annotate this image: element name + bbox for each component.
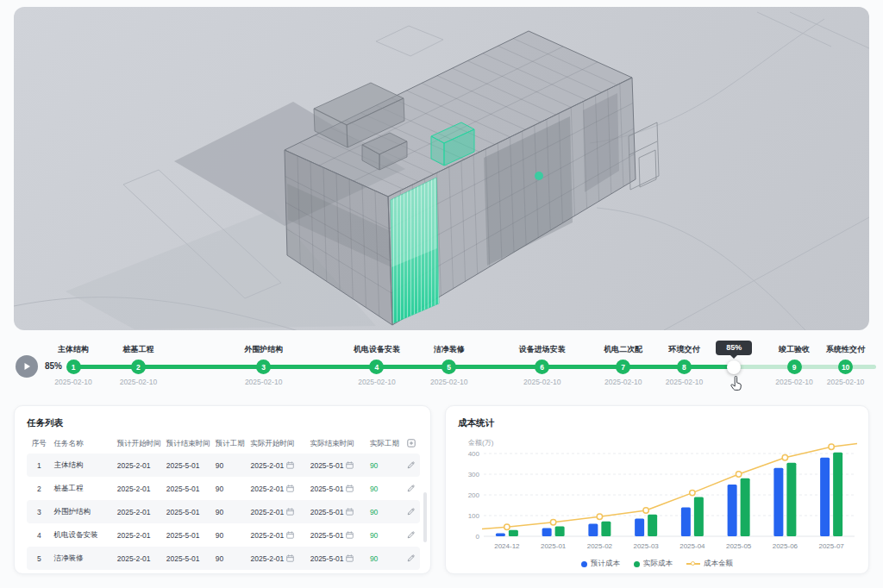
milestone-node[interactable]: 7	[616, 360, 630, 374]
svg-text:0: 0	[476, 533, 480, 541]
cost-chart-svg: 金额(万)01002003004002024-122025-012025-022…	[458, 435, 858, 554]
cell-task-name: 外围护结构	[52, 500, 115, 523]
cell-plan-days: 90	[213, 500, 248, 523]
legend-item-bar[interactable]: 实际成本	[634, 559, 673, 569]
table-row[interactable]: 3外围护结构2025-2-012025-5-01902025-2-01 2025…	[27, 500, 420, 523]
milestone-label: 环境交付	[645, 344, 723, 355]
calendar-icon[interactable]	[286, 531, 294, 539]
building-wireframe	[285, 31, 659, 325]
cell-actual-start: 2025-2-01	[247, 500, 307, 523]
milestone-date: 2025-02-10	[103, 378, 172, 386]
cell-plan-start: 2025-2-01	[115, 454, 164, 477]
cell-actual-days: 90	[367, 500, 403, 523]
svg-text:2025-05: 2025-05	[726, 542, 752, 550]
cell-task-name: 机电设备安装	[52, 523, 115, 547]
calendar-icon[interactable]	[286, 485, 294, 492]
milestone-label: 洁净装修	[410, 344, 488, 355]
table-scrollbar[interactable]	[423, 492, 427, 542]
calendar-icon[interactable]	[346, 461, 354, 469]
milestone-label: 系统性交付	[807, 344, 883, 355]
timeline-slider-handle[interactable]	[727, 360, 741, 374]
cost-stats-title: 成本统计	[446, 406, 868, 435]
cost-chart: 金额(万)01002003004002024-122025-012025-022…	[446, 435, 868, 569]
milestone-node[interactable]: 9	[787, 360, 802, 374]
milestone-node[interactable]: 10	[838, 360, 853, 374]
cell-actual-days: 90	[367, 454, 403, 477]
bim-viewer-panel[interactable]	[14, 7, 869, 330]
cell-actual-days: 90	[367, 547, 403, 570]
calendar-icon[interactable]	[346, 508, 354, 516]
cell-plan-start: 2025-2-01	[115, 523, 164, 547]
progress-percent-label: 85%	[45, 361, 62, 371]
edit-pencil-icon[interactable]	[407, 554, 416, 562]
cell-actual-days: 90	[367, 477, 403, 500]
calendar-icon[interactable]	[346, 531, 354, 539]
cell-no: 5	[27, 547, 52, 570]
milestone-node[interactable]: 6	[535, 360, 549, 374]
line-marker-icon	[686, 560, 700, 567]
svg-text:2025-06: 2025-06	[773, 542, 798, 550]
column-header: 序号	[27, 435, 52, 454]
table-row[interactable]: 2桩基工程2025-2-012025-5-01902025-2-01 2025-…	[27, 477, 420, 500]
cell-actual-end: 2025-5-01	[308, 547, 367, 570]
table-row[interactable]: 4机电设备安装2025-2-012025-5-01902025-2-01 202…	[27, 523, 420, 547]
svg-text:300: 300	[468, 471, 480, 479]
milestone-node[interactable]: 4	[369, 360, 384, 374]
column-header: 预计结束时间	[164, 435, 213, 454]
cell-plan-end: 2025-5-01	[164, 454, 213, 477]
table-row[interactable]: 1主体结构2025-2-012025-5-01902025-2-01 2025-…	[27, 454, 420, 477]
table-row[interactable]: 5洁净装修2025-2-012025-5-01902025-2-01 2025-…	[27, 547, 420, 570]
cell-plan-days: 90	[213, 523, 248, 547]
column-header-add[interactable]	[403, 435, 420, 454]
milestone-node[interactable]: 8	[677, 360, 692, 374]
calendar-icon[interactable]	[286, 461, 294, 469]
edit-pencil-icon[interactable]	[407, 460, 416, 469]
calendar-icon[interactable]	[346, 554, 354, 562]
cell-actual-days: 90	[367, 523, 403, 547]
add-column-icon[interactable]	[407, 439, 416, 447]
cell-no: 4	[27, 523, 52, 547]
edit-pencil-icon[interactable]	[407, 507, 416, 516]
cell-edit	[403, 547, 420, 570]
cell-plan-end: 2025-5-01	[164, 477, 213, 500]
cell-actual-end: 2025-5-01	[308, 477, 367, 500]
edit-pencil-icon[interactable]	[407, 530, 416, 539]
task-list-panel: 任务列表 序号任务名称预计开始时间预计结束时间预计工期实际开始时间实际结束时间实…	[14, 405, 431, 574]
cell-actual-end: 2025-5-01	[308, 523, 367, 547]
svg-text:2025-03: 2025-03	[633, 542, 659, 550]
milestone-node[interactable]: 2	[131, 360, 146, 374]
cell-plan-days: 90	[213, 454, 248, 477]
timeline-track[interactable]: 主体结构12025-02-10桩基工程22025-02-10外围护结构32025…	[73, 340, 876, 398]
progress-tooltip: 85%	[716, 341, 752, 355]
legend-item-bar[interactable]: 预计成本	[581, 559, 620, 569]
milestone-date: 2025-02-10	[649, 378, 718, 386]
task-list-title: 任务列表	[15, 406, 430, 435]
calendar-icon[interactable]	[286, 508, 294, 516]
legend-label: 预计成本	[591, 559, 620, 569]
legend-item-line[interactable]: 成本金额	[686, 559, 733, 569]
play-button[interactable]	[16, 355, 38, 378]
milestone-node[interactable]: 3	[256, 360, 271, 374]
cell-plan-days: 90	[213, 477, 248, 500]
cell-plan-start: 2025-2-01	[115, 477, 164, 500]
column-header: 实际工期	[367, 435, 403, 454]
cell-task-name: 桩基工程	[52, 477, 115, 500]
cell-no: 1	[27, 454, 52, 477]
cell-no: 3	[27, 500, 52, 523]
edit-pencil-icon[interactable]	[407, 484, 416, 492]
calendar-icon[interactable]	[286, 554, 294, 562]
cell-no: 2	[27, 477, 52, 500]
milestone-date: 2025-02-10	[508, 378, 577, 386]
column-header: 预计工期	[213, 435, 248, 454]
svg-text:金额(万): 金额(万)	[467, 439, 494, 447]
svg-text:200: 200	[468, 491, 480, 499]
milestone-node[interactable]: 1	[66, 360, 81, 374]
column-header: 实际开始时间	[247, 435, 307, 454]
cell-actual-start: 2025-2-01	[247, 523, 307, 547]
milestone-label: 外围护结构	[225, 344, 303, 355]
cell-actual-start: 2025-2-01	[247, 454, 307, 477]
milestone-node[interactable]: 5	[442, 360, 456, 374]
cell-plan-start: 2025-2-01	[115, 500, 164, 523]
cost-stats-panel: 成本统计 金额(万)01002003004002024-122025-01202…	[445, 405, 869, 574]
calendar-icon[interactable]	[346, 485, 354, 492]
